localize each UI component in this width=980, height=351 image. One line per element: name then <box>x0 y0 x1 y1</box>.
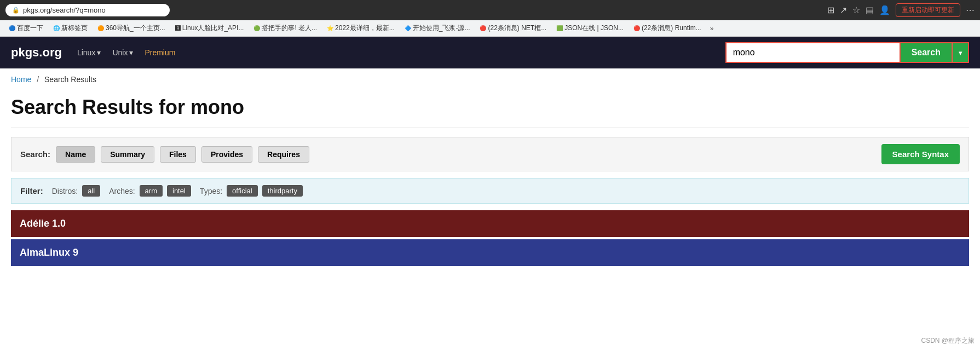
bookmark-favicon: 🅰 <box>175 25 181 31</box>
nav-linux[interactable]: Linux ▾ <box>73 45 105 60</box>
bookmark-2022[interactable]: ⭐ 2022最详细，最新... <box>324 22 398 34</box>
distros-all-tag[interactable]: all <box>82 185 100 197</box>
distro-section-adelie: Adélie 1.0 <box>11 210 969 237</box>
more-bookmarks-icon[interactable]: » <box>710 25 714 32</box>
bookmark-label: Linux人脸比对_API... <box>182 24 244 33</box>
menu-icon[interactable]: ⋯ <box>966 5 975 15</box>
types-official-tag[interactable]: official <box>227 185 258 197</box>
header-search-area: Search ▾ <box>725 42 969 63</box>
nav-unix-dropdown-icon: ▾ <box>129 48 133 57</box>
main-content: Search Results for mono Search: Name Sum… <box>0 90 980 279</box>
bookmark-json[interactable]: 🟩 JSON在线 | JSON... <box>553 22 627 34</box>
bookmark-favicon: 🔴 <box>480 25 486 31</box>
bookmark-favicon: 🟠 <box>97 25 104 31</box>
distros-filter-group: Distros: all <box>52 185 100 197</box>
filter-row-label: Filter: <box>20 186 43 195</box>
nav-unix[interactable]: Unix ▾ <box>108 45 137 60</box>
distro-label-almalinux: AlmaLinux 9 <box>20 247 78 258</box>
nav-linux-dropdown-icon: ▾ <box>97 48 101 57</box>
bookmark-baidu[interactable]: 🔵 百度一下 <box>5 22 47 34</box>
nav-unix-label: Unix <box>112 48 128 57</box>
reader-icon[interactable]: ▤ <box>866 5 874 15</box>
bookmark-favicon: 🌐 <box>53 25 60 31</box>
distro-label-adelie: Adélie 1.0 <box>20 218 66 229</box>
lock-icon: 🔒 <box>12 7 20 14</box>
bookmark-label: (22条消息) NET框... <box>488 24 546 33</box>
filter-btn-summary[interactable]: Summary <box>101 146 154 163</box>
bookmark-label: 新标签页 <box>61 24 88 33</box>
profile-icon[interactable]: 👤 <box>879 5 890 15</box>
nav-premium-label: Premium <box>145 48 175 57</box>
bookmarks-bar: 🔵 百度一下 🌐 新标签页 🟠 360导航_一个主页... 🅰 Linux人脸比… <box>0 20 980 37</box>
search-dropdown-button[interactable]: ▾ <box>953 42 969 63</box>
search-button[interactable]: Search <box>901 42 953 63</box>
share-icon[interactable]: ↗ <box>840 5 847 15</box>
bookmark-favicon: ⭐ <box>327 25 333 31</box>
breadcrumb-current: Search Results <box>44 75 96 84</box>
search-btn-group: Search ▾ <box>901 42 969 63</box>
search-filter-label: Search: <box>20 149 50 159</box>
bookmark-favicon: 🟩 <box>556 25 563 31</box>
site-header: pkgs.org Linux ▾ Unix ▾ Premium Search ▾ <box>0 37 980 68</box>
bookmark-favicon: 🟢 <box>253 25 260 31</box>
address-bar[interactable]: 🔒 pkgs.org/search/?q=mono <box>5 4 170 16</box>
bookmark-favicon: 🔴 <box>633 25 640 31</box>
breadcrumb: Home / Search Results <box>0 68 980 90</box>
bookmark-runtime[interactable]: 🔴 (22条消息) Runtim... <box>630 22 705 34</box>
search-filter-bar: Search: Name Summary Files Provides Requ… <box>11 137 969 171</box>
browser-chrome: 🔒 pkgs.org/search/?q=mono ⊞ ↗ ☆ ▤ 👤 重新启动… <box>0 0 980 20</box>
arches-arm-tag[interactable]: arm <box>140 185 163 197</box>
site-logo[interactable]: pkgs.org <box>11 45 62 60</box>
update-button[interactable]: 重新启动即可更新 <box>896 3 960 17</box>
page-title: Search Results for mono <box>11 96 969 119</box>
bookmark-favicon: 🔵 <box>9 25 15 31</box>
search-syntax-button[interactable]: Search Syntax <box>881 144 960 164</box>
translate-icon[interactable]: ⊞ <box>827 5 834 15</box>
bookmark-label: JSON在线 | JSON... <box>564 24 624 33</box>
distro-section-almalinux: AlmaLinux 9 <box>11 239 969 266</box>
bookmark-favicon: 🔷 <box>405 25 411 31</box>
bookmark-newtab[interactable]: 🌐 新标签页 <box>50 22 91 34</box>
filter-btn-requires[interactable]: Requires <box>258 146 309 163</box>
search-input[interactable] <box>725 42 901 63</box>
bookmark-360[interactable]: 🟠 360导航_一个主页... <box>94 22 169 34</box>
types-thirdparty-tag[interactable]: thirdparty <box>262 185 303 197</box>
nav-linux-label: Linux <box>77 48 95 57</box>
bookmark-label: 2022最详细，最新... <box>335 24 395 33</box>
types-filter-group: Types: official thirdparty <box>200 185 303 197</box>
filter-btn-files[interactable]: Files <box>160 146 196 163</box>
bookmark-label: 百度一下 <box>17 24 43 33</box>
breadcrumb-separator: / <box>37 75 39 84</box>
arches-intel-tag[interactable]: intel <box>167 185 191 197</box>
bookmark-label: 开始使用_飞浆-源... <box>413 24 470 33</box>
distro-header-almalinux[interactable]: AlmaLinux 9 <box>11 239 969 266</box>
arches-filter-group: Arches: arm intel <box>109 185 191 197</box>
bookmark-label: (22条消息) Runtim... <box>642 24 701 33</box>
arches-label: Arches: <box>109 187 135 195</box>
distros-label: Distros: <box>52 187 78 195</box>
filter-btn-name[interactable]: Name <box>56 146 95 163</box>
bookmark-net[interactable]: 🔴 (22条消息) NET框... <box>476 22 550 34</box>
bookmark-label: 搭把手的事! 老人... <box>262 24 317 33</box>
star-icon[interactable]: ☆ <box>852 5 860 15</box>
filter-row: Filter: Distros: all Arches: arm intel T… <box>11 178 969 204</box>
browser-icons: ⊞ ↗ ☆ ▤ 👤 重新启动即可更新 ⋯ <box>827 3 975 17</box>
divider <box>11 128 969 128</box>
bookmark-linux[interactable]: 🅰 Linux人脸比对_API... <box>172 22 247 34</box>
nav-premium[interactable]: Premium <box>140 45 180 60</box>
bookmark-feijian[interactable]: 🔷 开始使用_飞浆-源... <box>401 22 474 34</box>
distro-header-adelie[interactable]: Adélie 1.0 <box>11 210 969 237</box>
main-nav: Linux ▾ Unix ▾ Premium <box>73 45 180 60</box>
search-dropdown-arrow: ▾ <box>959 49 962 57</box>
filter-btn-provides[interactable]: Provides <box>201 146 252 163</box>
types-label: Types: <box>200 187 222 195</box>
address-text: pkgs.org/search/?q=mono <box>23 6 106 14</box>
bookmark-label: 360导航_一个主页... <box>106 24 165 33</box>
bookmark-dashoushi[interactable]: 🟢 搭把手的事! 老人... <box>250 22 320 34</box>
breadcrumb-home[interactable]: Home <box>11 75 31 84</box>
